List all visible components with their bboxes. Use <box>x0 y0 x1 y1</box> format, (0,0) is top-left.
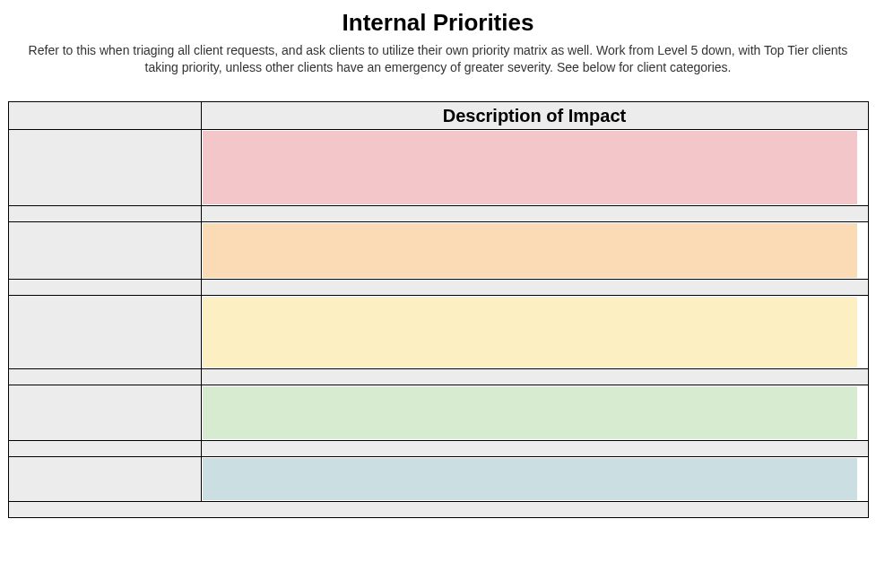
level-description <box>201 295 868 368</box>
level-label <box>8 295 201 368</box>
level-color-block <box>203 223 857 278</box>
spacer-right <box>201 368 868 385</box>
level-label <box>8 221 201 279</box>
level-color-block <box>203 386 857 439</box>
level-description <box>201 385 868 440</box>
header-right: Description of Impact <box>201 101 868 129</box>
spacer-left <box>8 279 201 295</box>
level-label <box>8 456 201 501</box>
spacer-left <box>8 440 201 456</box>
spacer-right <box>201 205 868 221</box>
level-description <box>201 221 868 279</box>
footer-row <box>8 501 868 517</box>
spacer-left <box>8 368 201 385</box>
header-left <box>8 101 201 129</box>
level-color-block <box>203 297 857 368</box>
page-subtitle: Refer to this when triaging all client r… <box>17 42 860 76</box>
level-label <box>8 129 201 205</box>
page-title: Internal Priorities <box>7 9 869 37</box>
level-description <box>201 456 868 501</box>
level-label <box>8 385 201 440</box>
level-description <box>201 129 868 205</box>
spacer-right <box>201 440 868 456</box>
spacer-left <box>8 205 201 221</box>
priority-table: Description of Impact <box>8 101 869 518</box>
level-color-block <box>203 131 857 204</box>
spacer-right <box>201 279 868 295</box>
level-color-block <box>203 458 857 500</box>
